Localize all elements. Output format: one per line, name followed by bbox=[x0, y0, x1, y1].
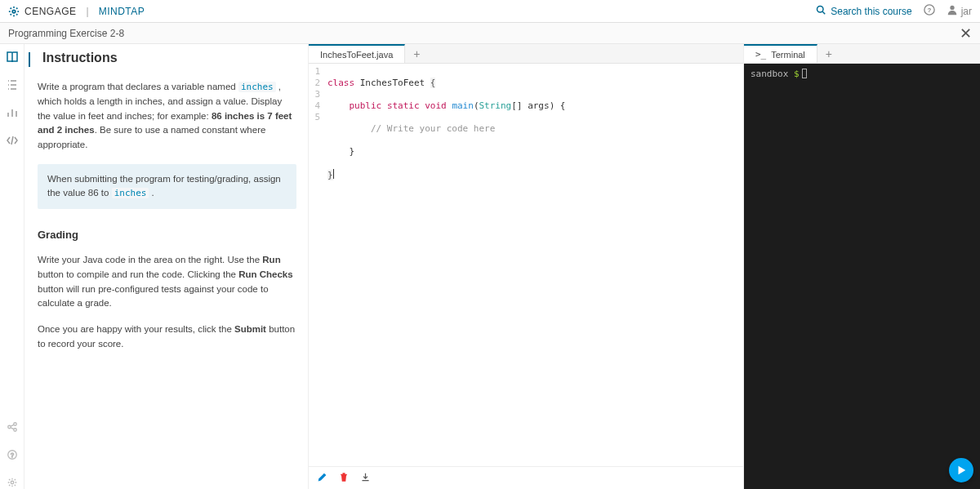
search-icon bbox=[816, 5, 826, 17]
brand-separator: | bbox=[87, 6, 89, 17]
book-icon[interactable] bbox=[6, 51, 19, 64]
user-icon bbox=[947, 4, 958, 18]
svg-point-10 bbox=[11, 481, 14, 484]
topbar: CENGAGE | MINDTAP Search this course ? j… bbox=[0, 0, 980, 23]
delete-icon[interactable] bbox=[339, 472, 349, 485]
share-icon[interactable] bbox=[6, 420, 19, 433]
grading-title: Grading bbox=[38, 227, 296, 243]
terminal-tabbar: >_ Terminal + bbox=[744, 44, 980, 64]
svg-point-6 bbox=[13, 423, 16, 426]
terminal-icon: >_ bbox=[755, 49, 766, 60]
subheader: Programming Exercise 2-8 ✕ bbox=[0, 23, 980, 44]
title-accent bbox=[29, 52, 30, 67]
brand: CENGAGE | MINDTAP bbox=[8, 6, 145, 17]
svg-text:?: ? bbox=[927, 7, 931, 14]
user-menu[interactable]: jar bbox=[947, 4, 972, 18]
cengage-logo-icon bbox=[8, 6, 20, 17]
svg-point-1 bbox=[817, 7, 824, 13]
list-icon[interactable] bbox=[6, 78, 19, 91]
code-content[interactable]: class InchesToFeet { public static void … bbox=[323, 64, 743, 466]
close-icon[interactable]: ✕ bbox=[960, 24, 972, 42]
code-chip-inches: inches bbox=[238, 82, 276, 92]
terminal-cursor bbox=[802, 69, 807, 78]
settings-rail-icon[interactable] bbox=[6, 476, 19, 489]
editor-footer bbox=[309, 466, 743, 489]
svg-point-0 bbox=[12, 10, 16, 13]
code-chip-inches-note: inches bbox=[112, 188, 149, 198]
terminal-column: >_ Terminal + sandbox $ bbox=[744, 44, 980, 489]
run-button[interactable] bbox=[949, 458, 973, 482]
username: jar bbox=[961, 6, 972, 17]
left-rail: ? bbox=[0, 44, 24, 489]
editor-cursor bbox=[333, 169, 334, 179]
tab-terminal[interactable]: >_ Terminal bbox=[744, 44, 817, 63]
download-icon[interactable] bbox=[360, 472, 371, 485]
instructions-p1: Write a program that declares a variable… bbox=[38, 80, 296, 153]
code-icon[interactable] bbox=[6, 134, 19, 147]
brand-sub: MINDTAP bbox=[99, 6, 145, 17]
svg-point-7 bbox=[13, 429, 16, 432]
add-terminal-button[interactable]: + bbox=[817, 44, 840, 63]
help-icon[interactable]: ? bbox=[924, 4, 935, 18]
exercise-title: Programming Exercise 2-8 bbox=[8, 28, 124, 39]
editor-tabbar: InchesToFeet.java + bbox=[309, 44, 743, 64]
svg-point-4 bbox=[950, 6, 954, 10]
code-editor[interactable]: 1 2 3 4 5 class InchesToFeet { public st… bbox=[309, 64, 743, 466]
search-placeholder: Search this course bbox=[831, 6, 911, 17]
brand-main: CENGAGE bbox=[24, 6, 77, 17]
chart-icon[interactable] bbox=[6, 106, 19, 119]
help-rail-icon[interactable]: ? bbox=[6, 448, 19, 461]
line-gutter: 1 2 3 4 5 bbox=[309, 64, 323, 466]
instructions-note: When submitting the program for testing/… bbox=[38, 164, 296, 209]
tab-inchestofeet[interactable]: InchesToFeet.java bbox=[309, 44, 405, 63]
grading-p2: Once you are happy with your results, cl… bbox=[38, 322, 296, 352]
editor-column: InchesToFeet.java + 1 2 3 4 5 class Inch… bbox=[309, 44, 744, 489]
svg-text:?: ? bbox=[11, 452, 14, 458]
svg-point-5 bbox=[7, 425, 11, 429]
terminal[interactable]: sandbox $ bbox=[744, 64, 980, 489]
edit-icon[interactable] bbox=[317, 472, 327, 485]
instructions-title: Instructions bbox=[42, 51, 296, 65]
grading-p1: Write your Java code in the area on the … bbox=[38, 253, 296, 311]
instructions-panel: Instructions Write a program that declar… bbox=[24, 44, 309, 489]
search-course[interactable]: Search this course bbox=[816, 5, 911, 17]
add-tab-button[interactable]: + bbox=[405, 44, 428, 63]
